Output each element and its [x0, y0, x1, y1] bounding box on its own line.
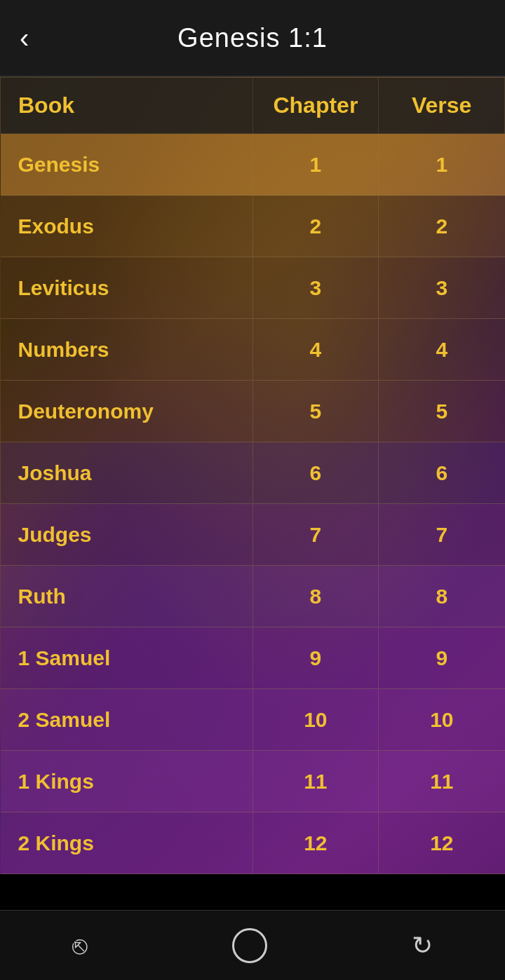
table-row[interactable]: Numbers44 [1, 319, 505, 381]
cell-book: Joshua [1, 442, 253, 504]
nav-home-icon[interactable] [232, 928, 267, 963]
table-row[interactable]: Exodus22 [1, 196, 505, 257]
cell-book: 1 Samuel [1, 627, 253, 689]
page-title: Genesis 1:1 [177, 23, 328, 53]
column-header-book: Book [1, 78, 253, 134]
table-row[interactable]: 2 Kings1212 [1, 812, 505, 874]
book-selector-table: Book Chapter Verse Genesis11Exodus22Levi… [0, 77, 505, 874]
cell-chapter: 7 [252, 504, 379, 566]
cell-verse: 1 [379, 134, 505, 196]
cell-chapter: 12 [252, 812, 379, 874]
nav-recent-icon[interactable]: ↻ [412, 931, 433, 960]
bottom-navbar: ⎋ ↻ [0, 910, 505, 980]
cell-book: Judges [1, 504, 253, 566]
table-row[interactable]: Deuteronomy55 [1, 381, 505, 442]
column-header-verse: Verse [379, 78, 505, 134]
cell-book: 2 Samuel [1, 689, 253, 751]
cell-verse: 3 [379, 257, 505, 319]
table-row[interactable]: 1 Kings1111 [1, 751, 505, 812]
cell-verse: 12 [379, 812, 505, 874]
cell-chapter: 9 [252, 627, 379, 689]
table-header-row: Book Chapter Verse [1, 78, 505, 134]
bible-navigation-table: Book Chapter Verse Genesis11Exodus22Levi… [0, 77, 505, 874]
column-header-chapter: Chapter [252, 78, 379, 134]
cell-chapter: 5 [252, 381, 379, 442]
cell-book: Genesis [1, 134, 253, 196]
cell-book: Deuteronomy [1, 381, 253, 442]
cell-verse: 2 [379, 196, 505, 257]
table-row[interactable]: 2 Samuel1010 [1, 689, 505, 751]
nav-back-icon[interactable]: ⎋ [72, 931, 88, 960]
table-row[interactable]: Ruth88 [1, 566, 505, 627]
cell-chapter: 10 [252, 689, 379, 751]
cell-verse: 7 [379, 504, 505, 566]
cell-chapter: 11 [252, 751, 379, 812]
table-row[interactable]: 1 Samuel99 [1, 627, 505, 689]
cell-chapter: 6 [252, 442, 379, 504]
table-row[interactable]: Genesis11 [1, 134, 505, 196]
cell-chapter: 2 [252, 196, 379, 257]
cell-chapter: 4 [252, 319, 379, 381]
cell-book: Exodus [1, 196, 253, 257]
cell-verse: 9 [379, 627, 505, 689]
cell-chapter: 8 [252, 566, 379, 627]
cell-book: Leviticus [1, 257, 253, 319]
cell-book: 2 Kings [1, 812, 253, 874]
back-button[interactable]: ‹ [20, 24, 29, 52]
cell-verse: 11 [379, 751, 505, 812]
table-row[interactable]: Judges77 [1, 504, 505, 566]
table-body: Genesis11Exodus22Leviticus33Numbers44Deu… [1, 134, 505, 874]
cell-verse: 4 [379, 319, 505, 381]
cell-book: Ruth [1, 566, 253, 627]
app-header: ‹ Genesis 1:1 [0, 0, 505, 77]
table-row[interactable]: Leviticus33 [1, 257, 505, 319]
cell-chapter: 3 [252, 257, 379, 319]
table-row[interactable]: Joshua66 [1, 442, 505, 504]
cell-verse: 8 [379, 566, 505, 627]
cell-verse: 10 [379, 689, 505, 751]
cell-book: 1 Kings [1, 751, 253, 812]
cell-verse: 5 [379, 381, 505, 442]
cell-book: Numbers [1, 319, 253, 381]
cell-chapter: 1 [252, 134, 379, 196]
cell-verse: 6 [379, 442, 505, 504]
